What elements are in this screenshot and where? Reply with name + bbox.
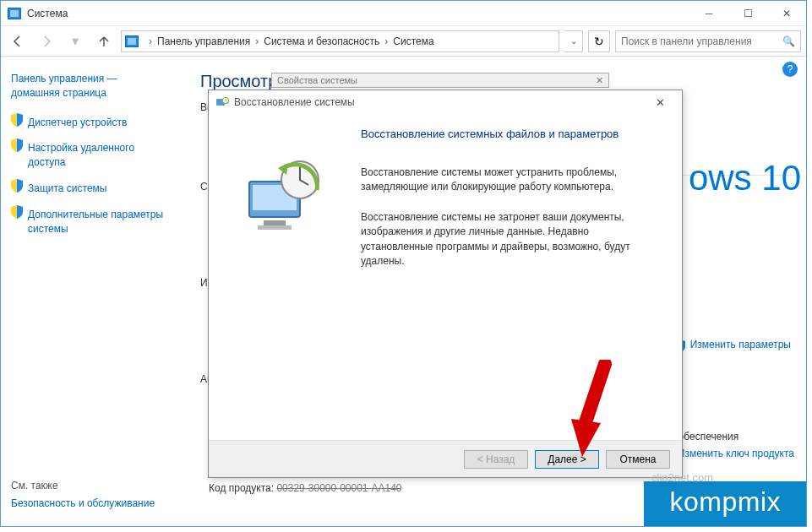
address-dropdown[interactable]: ⌄ bbox=[564, 30, 583, 52]
shield-icon bbox=[11, 138, 23, 152]
sidebar-home[interactable]: Панель управления — домашняя страница bbox=[11, 72, 168, 100]
crumb-3[interactable]: Система bbox=[393, 35, 433, 47]
app-icon bbox=[8, 8, 21, 19]
crumb-2[interactable]: Система и безопасность bbox=[264, 35, 379, 47]
search-box[interactable]: 🔍 bbox=[615, 30, 801, 52]
shield-icon bbox=[11, 113, 23, 127]
up-button[interactable] bbox=[92, 30, 116, 53]
dialog-illustration bbox=[209, 114, 361, 440]
close-button[interactable]: ✕ bbox=[767, 1, 806, 26]
search-input[interactable] bbox=[621, 35, 782, 47]
see-also-heading: См. также bbox=[11, 480, 168, 491]
back-button[interactable]: < Назад bbox=[464, 450, 528, 469]
sidebar-item-label: Дополнительные параметры системы bbox=[28, 208, 168, 236]
sidebar-item-label: Защита системы bbox=[28, 182, 106, 196]
dialog-main: Восстановление системных файлов и параме… bbox=[361, 114, 682, 440]
sidebar-item-label: Настройка удаленного доступа bbox=[28, 141, 168, 170]
search-icon: 🔍 bbox=[782, 35, 795, 47]
cancel-button[interactable]: Отмена bbox=[606, 450, 670, 469]
windows10-logo-text: ows 10 bbox=[689, 158, 801, 198]
address-breadcrumb[interactable]: › Панель управления › Система и безопасн… bbox=[121, 30, 559, 52]
next-button[interactable]: Далее > bbox=[535, 450, 599, 469]
dialog-title: Свойства системы bbox=[277, 75, 357, 85]
sidebar-item-protection[interactable]: Защита системы bbox=[11, 178, 168, 199]
sidebar-item-advanced[interactable]: Дополнительные параметры системы bbox=[11, 204, 168, 240]
shield-icon bbox=[11, 205, 23, 219]
dialog-body: Восстановление системных файлов и параме… bbox=[209, 114, 682, 440]
svg-rect-4 bbox=[264, 220, 286, 225]
product-code-row: Код продукта: 00329-30000-00001-AA140 bbox=[209, 482, 402, 494]
dialog-text-2: Восстановление системы не затронет ваши … bbox=[361, 210, 657, 269]
close-icon[interactable]: ✕ bbox=[596, 75, 603, 86]
crumb-1[interactable]: Панель управления bbox=[157, 35, 250, 47]
dialog-title: Восстановление системы bbox=[234, 96, 355, 108]
history-dropdown[interactable]: ▾ bbox=[63, 30, 87, 53]
dialog-close-button[interactable]: ✕ bbox=[645, 92, 675, 112]
sidebar-item-device-manager[interactable]: Диспетчер устройств bbox=[11, 112, 168, 133]
toolbar: ▾ › Панель управления › Система и безопа… bbox=[1, 26, 806, 57]
svg-rect-5 bbox=[258, 225, 292, 230]
system-restore-dialog: Восстановление системы ✕ Восстановление … bbox=[208, 90, 683, 478]
minimize-button[interactable]: ─ bbox=[689, 1, 728, 26]
system-properties-dialog-titlebar: Свойства системы ✕ bbox=[271, 73, 609, 88]
maximize-button[interactable]: ☐ bbox=[728, 1, 767, 26]
restore-icon bbox=[215, 95, 229, 109]
dialog-heading: Восстановление системных файлов и параме… bbox=[361, 128, 657, 140]
window-controls: ─ ☐ ✕ bbox=[689, 1, 806, 26]
watermark: kompmix bbox=[644, 481, 806, 526]
refresh-button[interactable]: ↻ bbox=[588, 30, 610, 52]
shield-icon bbox=[11, 179, 23, 193]
see-also-link[interactable]: Безопасность и обслуживание bbox=[11, 497, 168, 511]
system-window: Система ─ ☐ ✕ ▾ › Панель управления › Си… bbox=[0, 0, 807, 527]
breadcrumb-icon bbox=[125, 35, 139, 47]
link-label: Изменить параметры bbox=[690, 339, 791, 350]
window-title: Система bbox=[27, 8, 68, 19]
change-params-link[interactable]: Изменить параметры bbox=[673, 339, 791, 353]
sidebar-item-label: Диспетчер устройств bbox=[28, 116, 127, 130]
forward-button[interactable] bbox=[35, 30, 58, 53]
titlebar: Система ─ ☐ ✕ bbox=[1, 1, 806, 26]
help-icon[interactable]: ? bbox=[782, 62, 798, 77]
right-links: Изменить параметры bbox=[673, 339, 791, 358]
sidebar: Панель управления — домашняя страница Ди… bbox=[1, 57, 178, 526]
back-button[interactable] bbox=[6, 30, 30, 53]
dialog-text-1: Восстановление системы может устранить п… bbox=[361, 166, 657, 195]
sidebar-item-remote[interactable]: Настройка удаленного доступа bbox=[11, 138, 168, 173]
dialog-button-bar: < Назад Далее > Отмена bbox=[209, 440, 682, 477]
dialog-titlebar: Восстановление системы ✕ bbox=[209, 90, 682, 114]
link-label: Изменить ключ продукта bbox=[678, 448, 794, 462]
